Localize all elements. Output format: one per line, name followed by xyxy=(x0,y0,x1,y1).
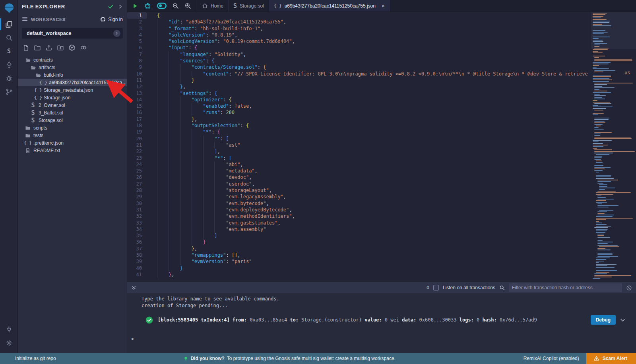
new-file-icon[interactable] xyxy=(23,45,29,51)
git-button[interactable] xyxy=(0,85,18,99)
tree-item-storage-sol[interactable]: SStorage.sol xyxy=(18,116,127,124)
code-line: 6"input": { xyxy=(127,45,591,51)
run-script-button[interactable] xyxy=(132,3,138,9)
folder-icon xyxy=(25,125,31,131)
line-number: 18 xyxy=(127,122,147,129)
debug-button[interactable]: Debug xyxy=(591,315,616,325)
debugger-button[interactable] xyxy=(0,72,18,85)
chevron-right-icon[interactable] xyxy=(118,4,123,9)
clear-console-icon[interactable] xyxy=(626,285,632,291)
tab-a69b43f277ba20fcac141151250ca755-json[interactable]: { }a69b43f277ba20fcac141151250ca755.json… xyxy=(269,0,390,12)
code-line: 36} xyxy=(127,239,591,245)
listen-checkbox[interactable] xyxy=(433,285,439,290)
terminal-bar: 0 Listen on all transactions xyxy=(127,282,636,293)
terminal-prompt[interactable]: > xyxy=(131,336,134,342)
braces-icon: { } xyxy=(274,3,282,8)
terminal-line: creation of Storage pending... xyxy=(127,302,636,309)
tree-item-a69b43f277ba20fcac141151250ca755-json[interactable]: { }a69b43f277ba20fcac141151250ca755.json xyxy=(18,79,127,86)
workspaces-row: WORKSPACES Sign in xyxy=(18,14,127,25)
line-number: 11 xyxy=(127,77,147,83)
tree-item-3-ballot-sol[interactable]: S3_Ballot.sol xyxy=(18,109,127,116)
line-number: 12 xyxy=(127,83,147,90)
hamburger-menu-icon[interactable] xyxy=(22,16,28,23)
line-number: 40 xyxy=(127,265,147,271)
code-line: 25"metadata", xyxy=(127,168,591,174)
braces-icon: { } xyxy=(40,80,47,85)
tree-item-artifacts[interactable]: artifacts xyxy=(18,64,127,71)
transaction-filter-input[interactable] xyxy=(509,283,622,292)
settings-button[interactable] xyxy=(0,336,18,350)
link-icon[interactable] xyxy=(80,44,87,51)
line-number: 19 xyxy=(127,129,147,135)
line-number: 38 xyxy=(127,252,147,258)
panel-title: FILE EXPLORER xyxy=(22,4,104,10)
solidity-compiler-button[interactable]: S xyxy=(0,45,18,58)
tree-item-build-info[interactable]: build-info xyxy=(18,71,127,79)
icon-rail: S xyxy=(0,0,18,353)
tab-home[interactable]: Home xyxy=(197,0,229,12)
transaction-summary: [block:5583405 txIndex:4] from: 0xa03...… xyxy=(158,317,591,323)
code-line: 2"id": "a69b43f277ba20fcac141151250ca755… xyxy=(127,19,591,25)
minimap[interactable]: us xyxy=(591,12,636,282)
tree-item-storage-json[interactable]: { }Storage.json xyxy=(18,94,127,101)
terminal[interactable]: Type the library name to see available c… xyxy=(127,293,636,353)
close-icon[interactable]: × xyxy=(382,3,385,9)
line-number: 2 xyxy=(127,19,147,25)
expand-caret-icon[interactable] xyxy=(620,317,626,323)
deploy-run-button[interactable] xyxy=(0,58,18,72)
transaction-log-row[interactable]: [block:5583405 txIndex:4] from: 0xa03...… xyxy=(127,315,636,325)
warning-icon xyxy=(593,356,599,361)
copilot-status[interactable]: RemixAI Copilot (enabled) xyxy=(524,356,579,361)
file-explorer-button[interactable] xyxy=(0,17,18,31)
tab-storage-sol[interactable]: SStorage.sol xyxy=(229,0,269,12)
braces-icon: { } xyxy=(35,95,41,100)
line-number: 33 xyxy=(127,220,147,226)
file-label: tests xyxy=(33,133,43,138)
box-icon[interactable] xyxy=(68,44,76,51)
remix-logo[interactable] xyxy=(0,0,18,17)
terminal-line: Type the library name to see available c… xyxy=(127,296,636,302)
git-init-status[interactable]: Initialize as git repo xyxy=(0,356,56,361)
search-button[interactable] xyxy=(0,31,18,45)
solidity-icon: S xyxy=(30,109,36,116)
search-icon[interactable] xyxy=(499,285,505,290)
line-number: 36 xyxy=(127,239,147,245)
zoom-in-button[interactable] xyxy=(184,2,191,9)
plugin-manager-button[interactable] xyxy=(0,323,18,336)
tree-item-2-owner-sol[interactable]: S2_Owner.sol xyxy=(18,101,127,109)
code-line: 40} xyxy=(127,265,591,271)
editor-actions xyxy=(127,0,197,12)
line-number: 3 xyxy=(127,25,147,32)
upload-folder-icon[interactable] xyxy=(57,44,64,51)
terminal-collapse-icon[interactable] xyxy=(131,285,136,290)
workspace-select[interactable]: default_workspace xyxy=(22,28,123,39)
copilot-toggle[interactable] xyxy=(157,2,167,9)
tree-item-storage-metadata-json[interactable]: { }Storage_metadata.json xyxy=(18,86,127,94)
line-number: 5 xyxy=(127,38,147,45)
code-line: 29"evm.legacyAssembly", xyxy=(127,194,591,200)
line-number: 15 xyxy=(127,103,147,109)
file-label: Storage_metadata.json xyxy=(44,87,93,93)
file-label: build-info xyxy=(44,72,63,78)
scam-alert-button[interactable]: Scam Alert xyxy=(586,353,636,364)
code-line: 1{ xyxy=(127,12,591,19)
line-number: 8 xyxy=(127,58,147,64)
sign-in-button[interactable]: Sign in xyxy=(100,16,123,23)
ai-copilot-button[interactable] xyxy=(144,2,151,10)
tree-item-tests[interactable]: tests xyxy=(18,132,127,139)
new-folder-icon[interactable] xyxy=(34,44,41,51)
code-line: 10"content": "// SPDX-License-Identifier… xyxy=(127,71,591,77)
line-number: 32 xyxy=(127,213,147,219)
status-bar: Initialize as git repo Did you know? To … xyxy=(0,353,636,364)
tree-item-scripts[interactable]: scripts xyxy=(18,124,127,132)
line-number: 28 xyxy=(127,187,147,194)
code-editor[interactable]: 1{2"id": "a69b43f277ba20fcac141151250ca7… xyxy=(127,12,636,282)
did-you-know-tip: Did you know? To prototype using the Gno… xyxy=(56,356,524,361)
tree-item--prettierrc-json[interactable]: { }.prettierrc.json xyxy=(18,139,127,147)
tree-item-readme-txt[interactable]: README.txt xyxy=(18,147,127,154)
tree-item-contracts[interactable]: contracts xyxy=(18,56,127,64)
code-line: 34"evm.assembly" xyxy=(127,226,591,232)
code-line: 31"evm.deployedBytecode", xyxy=(127,207,591,213)
zoom-out-button[interactable] xyxy=(172,2,179,9)
upload-file-icon[interactable] xyxy=(45,44,52,51)
